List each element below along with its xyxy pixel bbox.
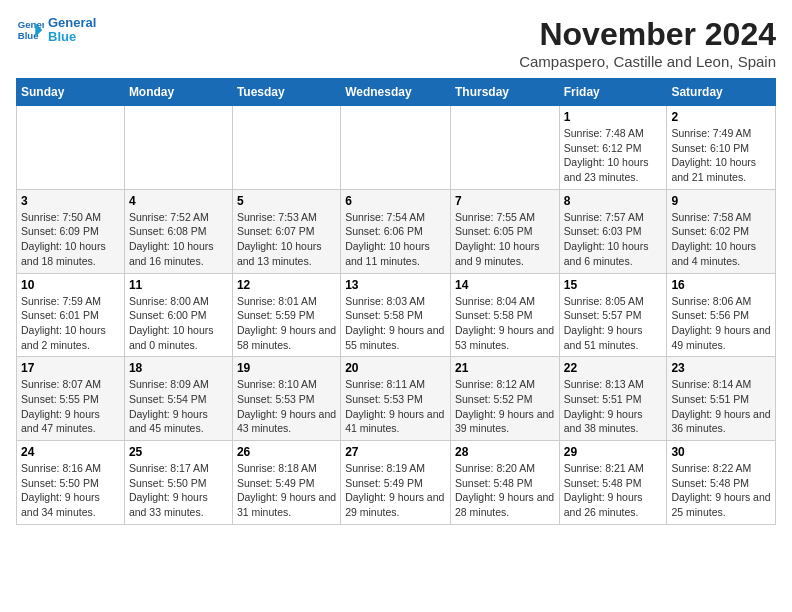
day-info: Sunrise: 8:06 AM Sunset: 5:56 PM Dayligh… [671, 295, 770, 351]
day-info: Sunrise: 8:10 AM Sunset: 5:53 PM Dayligh… [237, 378, 336, 434]
calendar-cell: 9Sunrise: 7:58 AM Sunset: 6:02 PM Daylig… [667, 189, 776, 273]
calendar-cell: 2Sunrise: 7:49 AM Sunset: 6:10 PM Daylig… [667, 106, 776, 190]
day-number: 23 [671, 361, 771, 375]
day-info: Sunrise: 8:17 AM Sunset: 5:50 PM Dayligh… [129, 462, 209, 518]
day-number: 1 [564, 110, 663, 124]
title-area: November 2024 Campaspero, Castille and L… [519, 16, 776, 70]
day-header-monday: Monday [124, 79, 232, 106]
day-info: Sunrise: 7:50 AM Sunset: 6:09 PM Dayligh… [21, 211, 106, 267]
day-info: Sunrise: 8:14 AM Sunset: 5:51 PM Dayligh… [671, 378, 770, 434]
calendar-cell [124, 106, 232, 190]
calendar-cell: 7Sunrise: 7:55 AM Sunset: 6:05 PM Daylig… [450, 189, 559, 273]
day-number: 10 [21, 278, 120, 292]
day-number: 6 [345, 194, 446, 208]
calendar-week-row: 17Sunrise: 8:07 AM Sunset: 5:55 PM Dayli… [17, 357, 776, 441]
calendar-cell: 4Sunrise: 7:52 AM Sunset: 6:08 PM Daylig… [124, 189, 232, 273]
day-info: Sunrise: 7:59 AM Sunset: 6:01 PM Dayligh… [21, 295, 106, 351]
calendar-cell: 5Sunrise: 7:53 AM Sunset: 6:07 PM Daylig… [232, 189, 340, 273]
calendar-cell: 26Sunrise: 8:18 AM Sunset: 5:49 PM Dayli… [232, 441, 340, 525]
calendar-cell: 10Sunrise: 7:59 AM Sunset: 6:01 PM Dayli… [17, 273, 125, 357]
calendar-cell: 28Sunrise: 8:20 AM Sunset: 5:48 PM Dayli… [450, 441, 559, 525]
day-header-wednesday: Wednesday [341, 79, 451, 106]
day-info: Sunrise: 8:00 AM Sunset: 6:00 PM Dayligh… [129, 295, 214, 351]
day-number: 29 [564, 445, 663, 459]
day-number: 21 [455, 361, 555, 375]
day-info: Sunrise: 7:53 AM Sunset: 6:07 PM Dayligh… [237, 211, 322, 267]
calendar-cell: 3Sunrise: 7:50 AM Sunset: 6:09 PM Daylig… [17, 189, 125, 273]
day-info: Sunrise: 8:19 AM Sunset: 5:49 PM Dayligh… [345, 462, 444, 518]
day-number: 11 [129, 278, 228, 292]
day-number: 8 [564, 194, 663, 208]
day-number: 14 [455, 278, 555, 292]
calendar-cell: 22Sunrise: 8:13 AM Sunset: 5:51 PM Dayli… [559, 357, 667, 441]
calendar-week-row: 10Sunrise: 7:59 AM Sunset: 6:01 PM Dayli… [17, 273, 776, 357]
day-info: Sunrise: 7:57 AM Sunset: 6:03 PM Dayligh… [564, 211, 649, 267]
calendar-table: SundayMondayTuesdayWednesdayThursdayFrid… [16, 78, 776, 525]
day-info: Sunrise: 8:11 AM Sunset: 5:53 PM Dayligh… [345, 378, 444, 434]
calendar-cell: 1Sunrise: 7:48 AM Sunset: 6:12 PM Daylig… [559, 106, 667, 190]
day-info: Sunrise: 8:04 AM Sunset: 5:58 PM Dayligh… [455, 295, 554, 351]
page-subtitle: Campaspero, Castille and Leon, Spain [519, 53, 776, 70]
day-number: 28 [455, 445, 555, 459]
calendar-cell: 13Sunrise: 8:03 AM Sunset: 5:58 PM Dayli… [341, 273, 451, 357]
calendar-cell: 24Sunrise: 8:16 AM Sunset: 5:50 PM Dayli… [17, 441, 125, 525]
day-number: 20 [345, 361, 446, 375]
day-info: Sunrise: 8:21 AM Sunset: 5:48 PM Dayligh… [564, 462, 644, 518]
calendar-cell [341, 106, 451, 190]
day-info: Sunrise: 8:07 AM Sunset: 5:55 PM Dayligh… [21, 378, 101, 434]
logo-text-line1: General [48, 16, 96, 30]
day-info: Sunrise: 7:58 AM Sunset: 6:02 PM Dayligh… [671, 211, 756, 267]
calendar-cell [17, 106, 125, 190]
day-number: 17 [21, 361, 120, 375]
logo-icon: General Blue [16, 16, 44, 44]
day-info: Sunrise: 7:52 AM Sunset: 6:08 PM Dayligh… [129, 211, 214, 267]
day-number: 13 [345, 278, 446, 292]
calendar-cell: 27Sunrise: 8:19 AM Sunset: 5:49 PM Dayli… [341, 441, 451, 525]
day-info: Sunrise: 8:05 AM Sunset: 5:57 PM Dayligh… [564, 295, 644, 351]
calendar-cell: 15Sunrise: 8:05 AM Sunset: 5:57 PM Dayli… [559, 273, 667, 357]
day-info: Sunrise: 7:55 AM Sunset: 6:05 PM Dayligh… [455, 211, 540, 267]
calendar-cell: 16Sunrise: 8:06 AM Sunset: 5:56 PM Dayli… [667, 273, 776, 357]
calendar-cell: 23Sunrise: 8:14 AM Sunset: 5:51 PM Dayli… [667, 357, 776, 441]
day-header-thursday: Thursday [450, 79, 559, 106]
day-number: 25 [129, 445, 228, 459]
day-number: 12 [237, 278, 336, 292]
calendar-cell: 11Sunrise: 8:00 AM Sunset: 6:00 PM Dayli… [124, 273, 232, 357]
calendar-cell: 12Sunrise: 8:01 AM Sunset: 5:59 PM Dayli… [232, 273, 340, 357]
day-header-saturday: Saturday [667, 79, 776, 106]
calendar-cell: 30Sunrise: 8:22 AM Sunset: 5:48 PM Dayli… [667, 441, 776, 525]
day-number: 24 [21, 445, 120, 459]
day-info: Sunrise: 7:49 AM Sunset: 6:10 PM Dayligh… [671, 127, 756, 183]
day-header-tuesday: Tuesday [232, 79, 340, 106]
calendar-header-row: SundayMondayTuesdayWednesdayThursdayFrid… [17, 79, 776, 106]
calendar-cell: 6Sunrise: 7:54 AM Sunset: 6:06 PM Daylig… [341, 189, 451, 273]
day-number: 18 [129, 361, 228, 375]
calendar-week-row: 24Sunrise: 8:16 AM Sunset: 5:50 PM Dayli… [17, 441, 776, 525]
calendar-body: 1Sunrise: 7:48 AM Sunset: 6:12 PM Daylig… [17, 106, 776, 525]
day-info: Sunrise: 8:12 AM Sunset: 5:52 PM Dayligh… [455, 378, 554, 434]
day-number: 27 [345, 445, 446, 459]
day-number: 2 [671, 110, 771, 124]
header: General Blue General Blue November 2024 … [16, 16, 776, 70]
logo: General Blue General Blue [16, 16, 96, 45]
day-info: Sunrise: 7:54 AM Sunset: 6:06 PM Dayligh… [345, 211, 430, 267]
calendar-week-row: 1Sunrise: 7:48 AM Sunset: 6:12 PM Daylig… [17, 106, 776, 190]
page-title: November 2024 [519, 16, 776, 53]
day-info: Sunrise: 8:20 AM Sunset: 5:48 PM Dayligh… [455, 462, 554, 518]
calendar-cell [450, 106, 559, 190]
day-info: Sunrise: 8:22 AM Sunset: 5:48 PM Dayligh… [671, 462, 770, 518]
day-number: 7 [455, 194, 555, 208]
day-number: 3 [21, 194, 120, 208]
day-info: Sunrise: 8:01 AM Sunset: 5:59 PM Dayligh… [237, 295, 336, 351]
day-info: Sunrise: 7:48 AM Sunset: 6:12 PM Dayligh… [564, 127, 649, 183]
calendar-cell: 14Sunrise: 8:04 AM Sunset: 5:58 PM Dayli… [450, 273, 559, 357]
calendar-cell: 29Sunrise: 8:21 AM Sunset: 5:48 PM Dayli… [559, 441, 667, 525]
day-info: Sunrise: 8:18 AM Sunset: 5:49 PM Dayligh… [237, 462, 336, 518]
day-info: Sunrise: 8:03 AM Sunset: 5:58 PM Dayligh… [345, 295, 444, 351]
day-number: 4 [129, 194, 228, 208]
calendar-week-row: 3Sunrise: 7:50 AM Sunset: 6:09 PM Daylig… [17, 189, 776, 273]
calendar-cell: 20Sunrise: 8:11 AM Sunset: 5:53 PM Dayli… [341, 357, 451, 441]
calendar-cell: 17Sunrise: 8:07 AM Sunset: 5:55 PM Dayli… [17, 357, 125, 441]
day-number: 16 [671, 278, 771, 292]
day-number: 22 [564, 361, 663, 375]
